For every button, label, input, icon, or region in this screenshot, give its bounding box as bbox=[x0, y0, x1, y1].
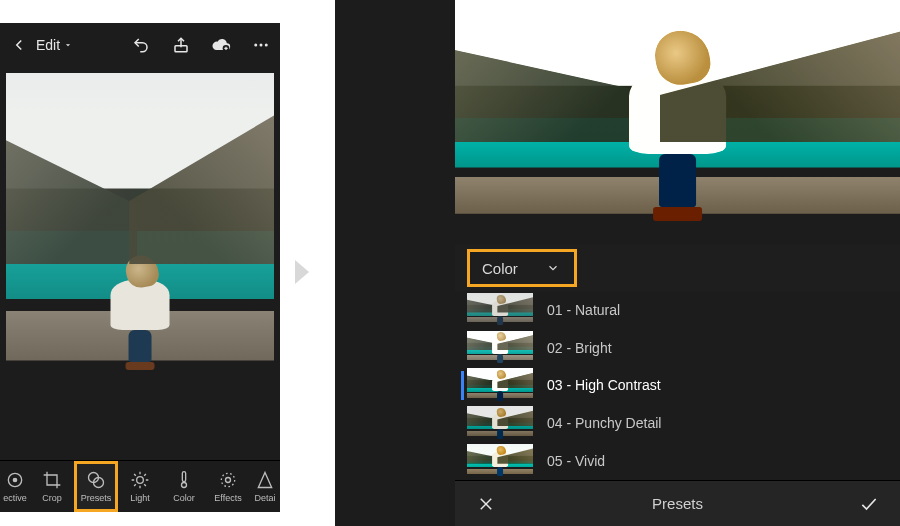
svg-point-2 bbox=[254, 44, 257, 47]
tool-color[interactable]: Color bbox=[162, 461, 206, 512]
preset-thumb bbox=[467, 368, 533, 402]
tool-selective[interactable]: ective bbox=[0, 461, 30, 512]
svg-point-4 bbox=[265, 44, 268, 47]
preset-item-punchy-detail[interactable]: 04 - Punchy Detail bbox=[455, 404, 900, 442]
tool-strip: ective Crop Presets Light Color Effects … bbox=[0, 460, 280, 512]
svg-point-3 bbox=[260, 44, 263, 47]
svg-point-12 bbox=[226, 478, 231, 483]
cancel-button[interactable] bbox=[475, 493, 497, 515]
preset-list: 01 - Natural 02 - Bright 03 - High Contr… bbox=[455, 291, 900, 480]
edit-menu[interactable]: Edit bbox=[36, 37, 73, 53]
preview-photo[interactable] bbox=[6, 73, 274, 403]
tool-presets[interactable]: Presets bbox=[74, 461, 118, 512]
flow-arrow-icon bbox=[295, 260, 309, 284]
svg-point-11 bbox=[182, 483, 187, 488]
svg-point-6 bbox=[13, 478, 16, 481]
preset-item-high-contrast[interactable]: 03 - High Contrast bbox=[455, 367, 900, 405]
preset-category-row: Color bbox=[455, 245, 900, 291]
tool-label: Presets bbox=[81, 493, 112, 503]
back-icon[interactable] bbox=[8, 34, 30, 56]
preset-label: 04 - Punchy Detail bbox=[547, 415, 661, 431]
preset-footer: Presets bbox=[455, 480, 900, 526]
edit-label: Edit bbox=[36, 37, 60, 53]
svg-point-9 bbox=[137, 477, 144, 484]
tool-label: Color bbox=[173, 493, 195, 503]
tool-label: ective bbox=[3, 493, 27, 503]
more-icon[interactable] bbox=[250, 34, 272, 56]
svg-point-13 bbox=[221, 473, 234, 486]
confirm-button[interactable] bbox=[858, 493, 880, 515]
chevron-down-icon bbox=[546, 261, 560, 275]
preset-label: 03 - High Contrast bbox=[547, 377, 661, 393]
preset-label: 02 - Bright bbox=[547, 340, 612, 356]
preset-item-natural[interactable]: 01 - Natural bbox=[455, 291, 900, 329]
cloud-sync-icon[interactable] bbox=[210, 34, 232, 56]
tool-label: Light bbox=[130, 493, 150, 503]
preset-thumb bbox=[467, 444, 533, 478]
preset-category-dropdown[interactable]: Color bbox=[467, 249, 577, 287]
top-bar: Edit bbox=[0, 23, 280, 67]
tool-detail[interactable]: Detai bbox=[250, 461, 280, 512]
preset-footer-title: Presets bbox=[497, 495, 858, 512]
preset-item-bright[interactable]: 02 - Bright bbox=[455, 329, 900, 367]
presets-screen: Color 01 - Natural 02 - Bright 03 - High… bbox=[335, 0, 900, 526]
tool-crop[interactable]: Crop bbox=[30, 461, 74, 512]
svg-rect-10 bbox=[182, 472, 185, 482]
tool-effects[interactable]: Effects bbox=[206, 461, 250, 512]
preset-thumb bbox=[467, 293, 533, 327]
tool-label: Crop bbox=[42, 493, 62, 503]
preset-category-label: Color bbox=[482, 260, 518, 277]
tool-light[interactable]: Light bbox=[118, 461, 162, 512]
edit-screen: Edit ective bbox=[0, 23, 280, 512]
preview-photo-large[interactable] bbox=[455, 0, 900, 245]
preset-item-vivid[interactable]: 05 - Vivid bbox=[455, 442, 900, 480]
preset-thumb bbox=[467, 406, 533, 440]
tool-label: Effects bbox=[214, 493, 241, 503]
empty-area bbox=[0, 409, 280, 460]
undo-icon[interactable] bbox=[130, 34, 152, 56]
share-icon[interactable] bbox=[170, 34, 192, 56]
preset-label: 05 - Vivid bbox=[547, 453, 605, 469]
preset-label: 01 - Natural bbox=[547, 302, 620, 318]
tool-label: Detai bbox=[254, 493, 275, 503]
preset-thumb bbox=[467, 331, 533, 365]
